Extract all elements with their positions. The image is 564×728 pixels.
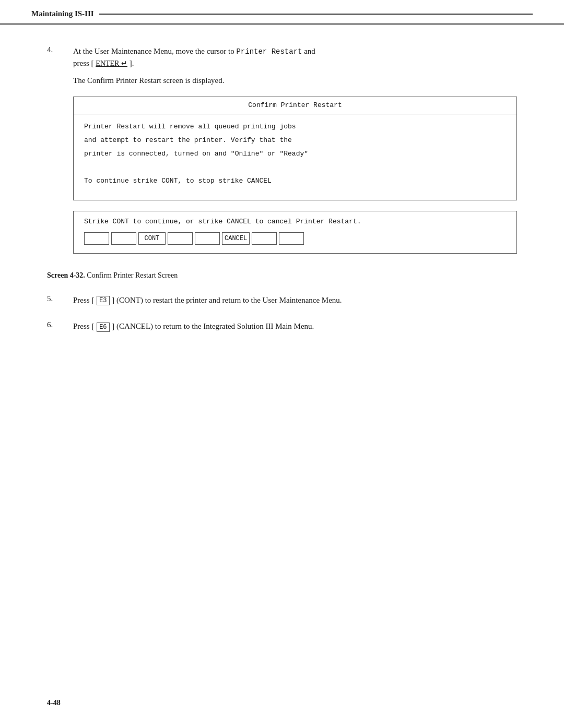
enter-key-label: ENTER ↵ bbox=[96, 59, 127, 67]
step-5-number: 5. bbox=[47, 294, 73, 312]
step-5-text: Press [ E3 ] (CONT) to restart the print… bbox=[73, 294, 517, 306]
screen-line4 bbox=[84, 162, 506, 173]
screen-caption-text: Confirm Printer Restart Screen bbox=[85, 271, 178, 279]
header-rule bbox=[99, 14, 533, 15]
screen-box: Confirm Printer Restart Printer Restart … bbox=[73, 97, 517, 200]
screen-caption-bold: Screen 4-32. bbox=[47, 271, 85, 279]
step-6-key: E6 bbox=[97, 323, 109, 332]
fkey-f3-cont[interactable]: CONT bbox=[138, 232, 166, 245]
page-container: Maintaining IS-III 4. At the User Mainte… bbox=[0, 0, 564, 728]
screen-line1: Printer Restart will remove all queued p… bbox=[84, 122, 506, 132]
step-5-content: Press [ E3 ] (CONT) to restart the print… bbox=[73, 294, 517, 312]
step-4-number: 4. bbox=[47, 45, 73, 262]
header-title: Maintaining IS-III bbox=[31, 9, 94, 18]
page-number: 4-48 bbox=[47, 699, 61, 707]
fkey-f7[interactable] bbox=[252, 232, 277, 245]
screen-body: Printer Restart will remove all queued p… bbox=[74, 114, 516, 200]
content-area: 4. At the User Maintenance Menu, move th… bbox=[0, 25, 564, 368]
fkey-f2[interactable] bbox=[111, 232, 136, 245]
step-4: 4. At the User Maintenance Menu, move th… bbox=[47, 45, 517, 262]
step-4-text-after: and bbox=[302, 47, 315, 55]
screen-line5: To continue strike CONT, to stop strike … bbox=[84, 176, 506, 186]
screen-line2: and attempt to restart the printer. Veri… bbox=[84, 135, 506, 146]
function-key-screen: Strike CONT to continue, or strike CANCE… bbox=[73, 211, 517, 254]
step-4-mono: Printer Restart bbox=[236, 47, 302, 56]
function-keys-row: CONT CANCEL bbox=[84, 232, 506, 245]
step-6-text: Press [ E6 ] (CANCEL) to return to the I… bbox=[73, 320, 517, 332]
step-5-key: E3 bbox=[97, 296, 109, 305]
step-6: 6. Press [ E6 ] (CANCEL) to return to th… bbox=[47, 320, 517, 338]
step-4-text-line1: At the User Maintenance Menu, move the c… bbox=[73, 45, 517, 69]
fkey-f4[interactable] bbox=[168, 232, 193, 245]
step-4-confirm-text: The Confirm Printer Restart screen is di… bbox=[73, 75, 517, 87]
step-4-content: At the User Maintenance Menu, move the c… bbox=[73, 45, 517, 262]
page-footer: 4-48 bbox=[47, 699, 61, 707]
step-4-text-before: At the User Maintenance Menu, move the c… bbox=[73, 47, 236, 55]
fkey-f5[interactable] bbox=[195, 232, 220, 245]
screen-status: Strike CONT to continue, or strike CANCE… bbox=[84, 217, 506, 227]
step-6-number: 6. bbox=[47, 320, 73, 338]
screen-line3: printer is connected, turned on and "Onl… bbox=[84, 149, 506, 159]
fkey-f1[interactable] bbox=[84, 232, 109, 245]
screen-title: Confirm Printer Restart bbox=[74, 97, 516, 114]
fkey-f6-cancel[interactable]: CANCEL bbox=[222, 232, 250, 245]
screen-footer: Strike CONT to continue, or strike CANCE… bbox=[74, 211, 516, 253]
step-4-press-text: press [ ENTER ↵ ]. bbox=[73, 59, 134, 67]
step-5: 5. Press [ E3 ] (CONT) to restart the pr… bbox=[47, 294, 517, 312]
screen-caption: Screen 4-32. Confirm Printer Restart Scr… bbox=[47, 271, 517, 280]
page-header: Maintaining IS-III bbox=[0, 0, 564, 25]
fkey-f8[interactable] bbox=[279, 232, 304, 245]
step-6-content: Press [ E6 ] (CANCEL) to return to the I… bbox=[73, 320, 517, 338]
